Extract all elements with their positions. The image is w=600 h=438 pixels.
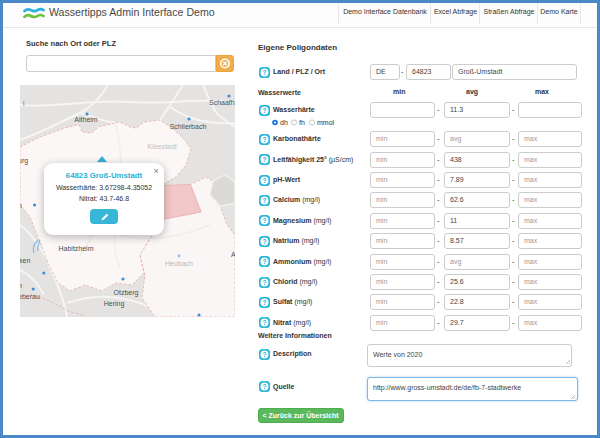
svg-text:?: ?	[263, 351, 267, 358]
svg-text:?: ?	[263, 107, 267, 114]
svg-text:?: ?	[263, 136, 267, 143]
svg-text:?: ?	[263, 217, 267, 224]
svg-text:?: ?	[263, 177, 267, 184]
svg-text:?: ?	[263, 69, 267, 76]
svg-text:Schaafhe: Schaafhe	[209, 99, 235, 106]
svg-text:?: ?	[263, 258, 267, 265]
svg-text:ken: ken	[20, 257, 30, 264]
svg-text:Altheim: Altheim	[74, 116, 98, 123]
svg-text:Schlierbach: Schlierbach	[170, 123, 207, 130]
svg-text:?: ?	[263, 299, 267, 306]
svg-text:?: ?	[263, 197, 267, 204]
svg-text:n: n	[20, 202, 22, 209]
svg-text:?: ?	[263, 279, 267, 286]
svg-text:urg: urg	[20, 157, 28, 165]
svg-text:Kleestadt: Kleestadt	[147, 143, 176, 150]
svg-text:?: ?	[263, 156, 267, 163]
svg-text:eberau: eberau	[20, 293, 40, 300]
svg-text:A: A	[231, 251, 235, 258]
svg-text:Heubach: Heubach	[165, 260, 193, 267]
svg-text:Hering: Hering	[104, 300, 125, 308]
svg-text:?: ?	[263, 383, 267, 390]
svg-text:?: ?	[263, 238, 267, 245]
svg-text:Otzberg: Otzberg	[114, 289, 139, 297]
svg-text:n: n	[20, 282, 22, 289]
svg-text:?: ?	[263, 319, 267, 326]
svg-text:Habitzheim: Habitzheim	[58, 245, 93, 252]
